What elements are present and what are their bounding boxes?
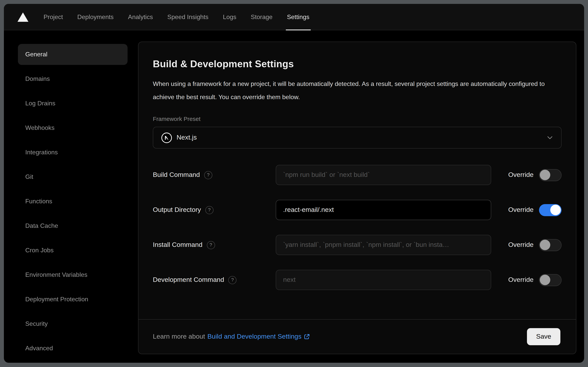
override-label: Override [508, 276, 534, 284]
help-icon[interactable]: ? [228, 276, 237, 284]
app-window: Project Deployments Analytics Speed Insi… [4, 4, 584, 363]
screen: Project Deployments Analytics Speed Insi… [0, 0, 588, 367]
build-dev-settings-card: Build & Development Settings When using … [138, 42, 576, 354]
development-command-input [276, 270, 491, 290]
tab-deployments[interactable]: Deployments [77, 4, 114, 30]
install-command-label: Install Command [153, 241, 202, 249]
install-command-override-toggle[interactable] [539, 239, 562, 251]
install-command-input [276, 235, 491, 255]
override-label: Override [508, 171, 534, 179]
tab-analytics[interactable]: Analytics [128, 4, 153, 30]
framework-preset-value: Next.js [176, 134, 197, 142]
build-command-input [276, 165, 491, 185]
sidebar-item-git[interactable]: Git [18, 167, 127, 187]
sidebar-item-advanced[interactable]: Advanced [18, 338, 127, 359]
nextjs-logo-icon [161, 132, 172, 143]
framework-preset-label: Framework Preset [153, 116, 562, 122]
sidebar-item-integrations[interactable]: Integrations [18, 142, 127, 163]
sidebar-item-log-drains[interactable]: Log Drains [18, 93, 127, 114]
settings-page: General Domains Log Drains Webhooks Inte… [4, 30, 584, 363]
tab-logs[interactable]: Logs [223, 4, 236, 30]
build-command-label: Build Command [153, 171, 200, 179]
override-label: Override [508, 206, 534, 214]
help-icon[interactable]: ? [205, 206, 213, 214]
sidebar-item-security[interactable]: Security [18, 313, 127, 334]
sidebar-item-cron-jobs[interactable]: Cron Jobs [18, 240, 127, 261]
tab-storage[interactable]: Storage [251, 4, 273, 30]
sidebar-item-environment-variables[interactable]: Environment Variables [18, 264, 127, 285]
build-dev-settings-doc-link[interactable]: Build and Development Settings [207, 333, 310, 341]
top-nav: Project Deployments Analytics Speed Insi… [4, 4, 584, 30]
sidebar-item-general[interactable]: General [18, 44, 127, 65]
output-directory-override-toggle[interactable] [539, 204, 562, 216]
save-button[interactable]: Save [527, 328, 560, 345]
output-directory-input[interactable] [276, 200, 491, 220]
external-link-icon [304, 334, 310, 340]
framework-preset-select[interactable]: Next.js [153, 127, 562, 149]
install-command-row: Install Command ? Override [153, 235, 562, 255]
override-label: Override [508, 241, 534, 249]
tab-project[interactable]: Project [43, 4, 63, 30]
development-command-row: Development Command ? Override [153, 270, 562, 290]
build-command-row: Build Command ? Override [153, 165, 562, 185]
vercel-triangle-icon[interactable] [17, 12, 28, 22]
output-directory-label: Output Directory [153, 206, 201, 214]
chevron-down-icon [546, 134, 553, 141]
tab-speed-insights[interactable]: Speed Insights [167, 4, 209, 30]
sidebar-item-data-cache[interactable]: Data Cache [18, 215, 127, 236]
command-rows: Build Command ? Override Output D [153, 165, 562, 290]
sidebar-item-webhooks[interactable]: Webhooks [18, 117, 127, 138]
help-icon[interactable]: ? [207, 241, 215, 249]
help-icon[interactable]: ? [204, 171, 212, 179]
learn-more-text: Learn more about Build and Development S… [153, 333, 310, 341]
sidebar-item-domains[interactable]: Domains [18, 68, 127, 89]
development-command-override-toggle[interactable] [539, 274, 562, 286]
sidebar-item-deployment-protection[interactable]: Deployment Protection [18, 289, 127, 310]
build-command-override-toggle[interactable] [539, 169, 562, 181]
card-description: When using a framework for a new project… [153, 77, 548, 104]
card-footer: Learn more about Build and Development S… [138, 319, 576, 354]
doc-link-label: Build and Development Settings [207, 333, 301, 341]
tab-settings[interactable]: Settings [287, 4, 310, 30]
output-directory-row: Output Directory ? Override [153, 200, 562, 220]
learn-more-prefix: Learn more about [153, 333, 205, 341]
development-command-label: Development Command [153, 276, 224, 284]
sidebar-item-functions[interactable]: Functions [18, 191, 127, 212]
settings-sidebar: General Domains Log Drains Webhooks Inte… [18, 44, 127, 359]
card-title: Build & Development Settings [153, 58, 562, 70]
